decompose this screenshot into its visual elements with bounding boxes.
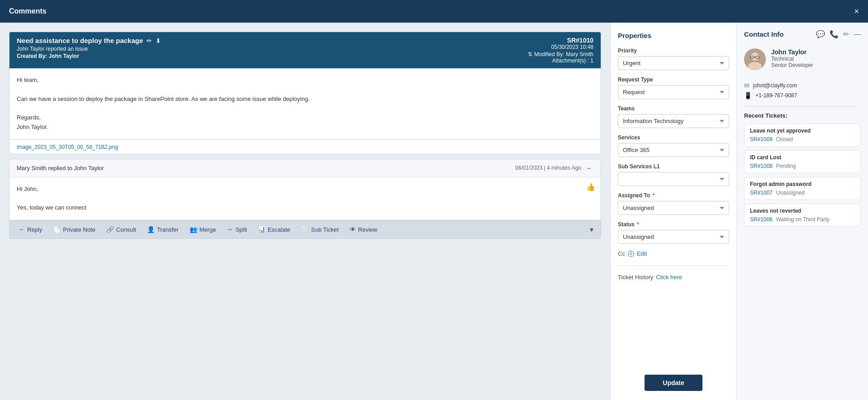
assigned-to-group: Assigned To * Unassigned [618, 192, 729, 215]
modal-title: Comments [9, 7, 47, 15]
ticket-modified-by: ⇅ Modified By: Mary Smith [528, 51, 593, 57]
action-bar: ← Reply 📄 Private Note 🔗 Consult 👤 [9, 220, 601, 238]
like-button[interactable]: 👍 [586, 183, 595, 191]
ticket-body-line3: Regards, [17, 113, 593, 123]
recent-ticket-ref-4[interactable]: SR#1006 [750, 216, 773, 223]
escalate-label: Escalate [268, 226, 290, 233]
reply-body: Hi John, Yes, today we can connect 👍 [9, 177, 601, 220]
ticket-body-line1: Hi team, [17, 76, 593, 85]
contact-role: Technical [771, 56, 813, 62]
contact-panel: Contact Info 💬 📞 ✏ — [737, 23, 868, 400]
ticket-card: Need assistance to deploy the package ✏ … [9, 32, 601, 154]
merge-icon: 👥 [190, 226, 197, 233]
action-bar-expand-button[interactable]: ▾ [590, 225, 593, 234]
cc-info-icon: i [628, 251, 634, 257]
split-label: Split [236, 226, 247, 233]
transfer-button[interactable]: 👤 Transfer [145, 225, 180, 234]
teams-select[interactable]: Information Technology [618, 114, 729, 128]
ticket-body-line2: Can we have a session to deploy the pack… [17, 95, 593, 104]
recent-ticket-status-1: Closed [776, 136, 793, 143]
comments-panel: Need assistance to deploy the package ✏ … [0, 23, 610, 400]
recent-ticket-item-1: Leave not yet approved SR#1009 Closed [744, 124, 861, 147]
reply-header: Mary Smith replied to John Taylor 06/01/… [9, 159, 601, 177]
status-label: Status * [618, 221, 729, 228]
consult-button[interactable]: 🔗 Consult [104, 225, 138, 234]
properties-panel: Properties Priority Urgent Request Type … [610, 23, 737, 400]
contact-edit-icon[interactable]: ✏ [843, 30, 849, 38]
ticket-header-left: Need assistance to deploy the package ✏ … [17, 37, 161, 59]
escalate-icon: 📊 [258, 226, 266, 233]
contact-phone-icon[interactable]: 📞 [830, 30, 839, 38]
contact-job-title: Senior Developer [771, 62, 813, 68]
reply-body-line1: Hi John, [17, 185, 593, 194]
contact-avatar [744, 48, 766, 70]
contact-email-row: ✉ johnt@clayfly.com [744, 82, 861, 89]
contact-minimize-icon[interactable]: — [854, 30, 861, 38]
assigned-to-select[interactable]: Unassigned [618, 201, 729, 215]
consult-icon: 🔗 [106, 226, 114, 233]
ticket-body: Hi team, Can we have a session to deploy… [9, 68, 601, 140]
ticket-header: Need assistance to deploy the package ✏ … [9, 32, 601, 68]
update-btn-container: Update [618, 366, 729, 391]
split-button[interactable]: ↔ Split [225, 225, 249, 234]
sub-ticket-button[interactable]: ⬜ Sub Ticket [299, 225, 341, 234]
priority-group: Priority Urgent [618, 48, 729, 70]
priority-label: Priority [618, 48, 729, 54]
contact-info-card: John Taylor Technical Senior Developer [744, 44, 861, 75]
sub-services-label: Sub Services L1 [618, 163, 729, 170]
ticket-sr-number: SR#1010 [528, 37, 593, 44]
private-note-label: Private Note [63, 226, 95, 233]
ticket-date: 05/30/2023 10:48 [528, 44, 593, 50]
ticket-reported: John Taylor reported an issue [17, 46, 161, 52]
escalate-button[interactable]: 📊 Escalate [256, 225, 292, 234]
teams-group: Teams Information Technology [618, 105, 729, 128]
sub-services-select[interactable] [618, 172, 729, 186]
services-select[interactable]: Office 365 [618, 143, 729, 157]
transfer-label: Transfer [157, 226, 179, 233]
contact-chat-icon[interactable]: 💬 [816, 30, 825, 38]
reply-card: Mary Smith replied to John Taylor 06/01/… [9, 159, 601, 239]
ticket-history-row: Ticket History Click here [618, 274, 729, 281]
properties-title: Properties [618, 32, 729, 39]
ticket-edit-icon[interactable]: ✏ [147, 37, 152, 44]
ticket-history-link[interactable]: Click here [656, 274, 682, 281]
reply-expand-button[interactable]: ↔ [584, 164, 593, 172]
recent-ticket-item-4: Leaves not reverted SR#1006 Waiting on T… [744, 204, 861, 227]
attachment-link[interactable]: image_2023_05_30T05_00_58_718Z.png [17, 144, 118, 150]
recent-ticket-item-2: ID card Lost SR#1008 Pending [744, 150, 861, 173]
contact-panel-title: Contact Info [744, 30, 784, 38]
contact-panel-icons: 💬 📞 ✏ — [816, 30, 861, 38]
ticket-history-label: Ticket History [618, 274, 653, 281]
status-group: Status * Unassigned [618, 221, 729, 244]
modal-close-button[interactable]: × [854, 7, 859, 15]
recent-ticket-ref-2[interactable]: SR#1008 [750, 163, 773, 169]
recent-ticket-ref-1[interactable]: SR#1009 [750, 136, 773, 143]
request-type-select[interactable]: Request [618, 85, 729, 99]
update-button[interactable]: Update [645, 375, 702, 391]
svg-point-1 [751, 52, 759, 61]
ticket-attachments: Attachment(s) : 1 [528, 57, 593, 64]
review-button[interactable]: 👁 Review [348, 225, 379, 234]
priority-select[interactable]: Urgent [618, 56, 729, 70]
cc-edit-link[interactable]: Edit [637, 250, 647, 257]
contact-phone: +1-189-767-9087 [755, 92, 797, 99]
recent-tickets-section: Recent Tickets: Leave not yet approved S… [744, 106, 861, 230]
reply-action-button[interactable]: ← Reply [17, 225, 44, 234]
contact-phone-row: 📱 +1-189-767-9087 [744, 92, 861, 99]
recent-ticket-status-2: Pending [776, 163, 796, 169]
reply-author: Mary Smith replied to John Taylor [17, 165, 104, 171]
ticket-download-icon[interactable]: ⬇ [156, 37, 161, 44]
modal-header: Comments × [0, 0, 868, 23]
recent-ticket-title-3: Forgot admin password [750, 181, 855, 187]
contact-name: John Taylor [771, 48, 813, 56]
assigned-to-required: * [652, 192, 655, 199]
status-select[interactable]: Unassigned [618, 230, 729, 244]
modal-body: Need assistance to deploy the package ✏ … [0, 23, 868, 400]
recent-ticket-title-4: Leaves not reverted [750, 208, 855, 214]
email-icon: ✉ [744, 82, 749, 89]
recent-ticket-ref-3[interactable]: SR#1007 [750, 190, 773, 196]
merge-button[interactable]: 👥 Merge [188, 225, 218, 234]
reply-meta: 06/01/2023 | 4 minutes Ago ↔ [515, 164, 593, 172]
recent-ticket-title-1: Leave not yet approved [750, 128, 855, 134]
private-note-button[interactable]: 📄 Private Note [51, 225, 97, 234]
